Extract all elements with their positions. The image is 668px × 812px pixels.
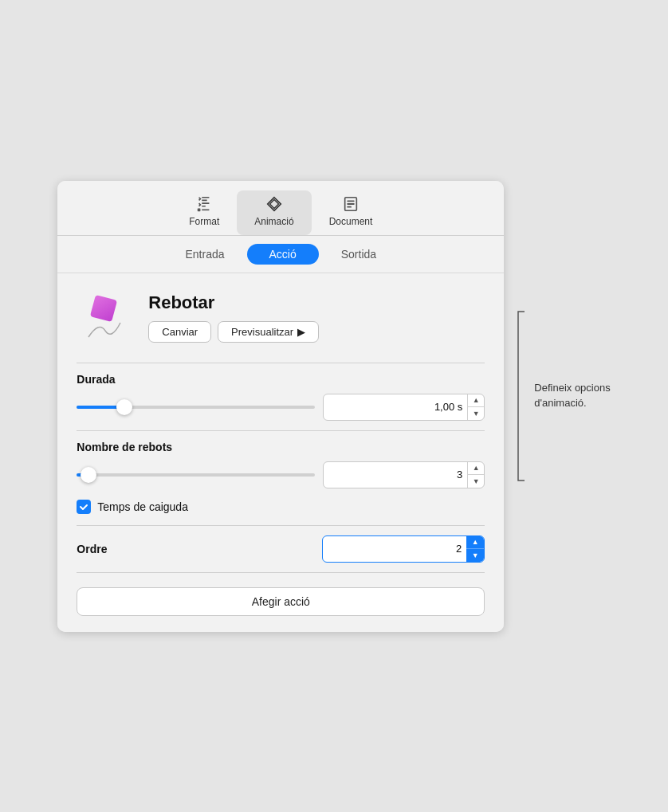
temps-caiguda-label: Temps de caiguda — [97, 500, 188, 513]
durada-section: Durada ▲ ▼ — [77, 373, 485, 421]
tab-document[interactable]: Document — [312, 190, 391, 235]
animation-buttons: Canviar Previsualitzar ▶ — [148, 321, 319, 343]
durada-label: Durada — [77, 373, 485, 386]
svg-rect-4 — [347, 206, 352, 207]
svg-rect-2 — [347, 200, 354, 202]
subtab-accio[interactable]: Acció — [247, 244, 319, 265]
durada-value[interactable] — [324, 398, 467, 416]
divider-2 — [77, 430, 485, 431]
ordre-up[interactable]: ▲ — [466, 536, 484, 549]
ordre-stepper: ▲ ▼ — [322, 535, 485, 563]
ordre-value[interactable] — [323, 539, 466, 558]
divider-3 — [77, 525, 485, 526]
animacio-label: Animació — [254, 216, 293, 227]
rebots-up[interactable]: ▲ — [468, 462, 484, 475]
rebots-section: Nombre de rebots ▲ ▼ — [77, 441, 485, 488]
animation-icon — [77, 289, 134, 347]
ordre-down[interactable]: ▼ — [466, 549, 484, 562]
durada-down[interactable]: ▼ — [468, 407, 484, 420]
subtab-entrada[interactable]: Entrada — [163, 244, 246, 265]
rebots-slider-thumb[interactable] — [81, 467, 96, 483]
preview-button[interactable]: Previsualitzar ▶ — [218, 321, 319, 343]
panel-content: Rebotar Canviar Previsualitzar ▶ Durada — [57, 273, 504, 632]
document-icon — [342, 195, 360, 213]
ordre-row: Ordre ▲ ▼ — [77, 535, 485, 563]
ordre-arrows: ▲ ▼ — [466, 536, 484, 562]
format-icon — [195, 195, 213, 213]
rebots-label: Nombre de rebots — [77, 441, 485, 453]
rebots-arrows: ▲ ▼ — [467, 462, 484, 488]
divider-4 — [77, 572, 485, 573]
svg-rect-0 — [198, 208, 201, 211]
rebots-slider-track[interactable] — [77, 473, 315, 477]
document-label: Document — [329, 216, 373, 227]
panel-wrapper: Format Animació Document — [57, 181, 610, 632]
subtab-sortida[interactable]: Sortida — [319, 244, 399, 265]
svg-rect-5 — [90, 294, 117, 321]
temps-caiguda-checkbox[interactable] — [77, 500, 91, 514]
rebots-value[interactable] — [324, 465, 467, 484]
durada-stepper: ▲ ▼ — [323, 394, 485, 421]
tab-format[interactable]: Format — [171, 190, 237, 235]
animation-preview: Rebotar Canviar Previsualitzar ▶ — [77, 289, 485, 347]
bracket-line: Defineix opcions d'animació. — [513, 308, 610, 484]
animation-title: Rebotar — [148, 292, 319, 313]
divider-1 — [77, 363, 485, 363]
tab-animacio[interactable]: Animació — [237, 190, 311, 235]
subtabs: Entrada Acció Sortida — [57, 236, 504, 273]
bracket-annotation: Defineix opcions d'animació. — [513, 181, 610, 484]
bracket-svg — [513, 308, 528, 484]
format-label: Format — [189, 216, 219, 227]
change-button[interactable]: Canviar — [148, 321, 211, 343]
svg-rect-3 — [347, 203, 354, 205]
checkmark-icon — [79, 502, 88, 512]
rebots-down[interactable]: ▼ — [468, 475, 484, 488]
durada-slider-thumb[interactable] — [116, 399, 132, 415]
durada-slider-row: ▲ ▼ — [77, 394, 485, 421]
durada-slider-track[interactable] — [77, 406, 315, 409]
rebots-slider-row: ▲ ▼ — [77, 461, 485, 488]
durada-arrows: ▲ ▼ — [467, 394, 484, 420]
animation-info: Rebotar Canviar Previsualitzar ▶ — [148, 292, 319, 343]
durada-up[interactable]: ▲ — [468, 394, 484, 407]
annotation-text: Defineix opcions d'animació. — [534, 381, 610, 410]
play-icon: ▶ — [297, 326, 305, 338]
add-action-button[interactable]: Afegir acció — [77, 587, 485, 616]
ordre-label: Ordre — [77, 543, 107, 555]
toolbar: Format Animació Document — [57, 181, 504, 236]
rebots-stepper: ▲ ▼ — [323, 461, 485, 488]
animation-panel: Format Animació Document — [57, 181, 504, 632]
animacio-icon — [265, 195, 283, 213]
temps-caiguda-row: Temps de caiguda — [77, 500, 485, 514]
